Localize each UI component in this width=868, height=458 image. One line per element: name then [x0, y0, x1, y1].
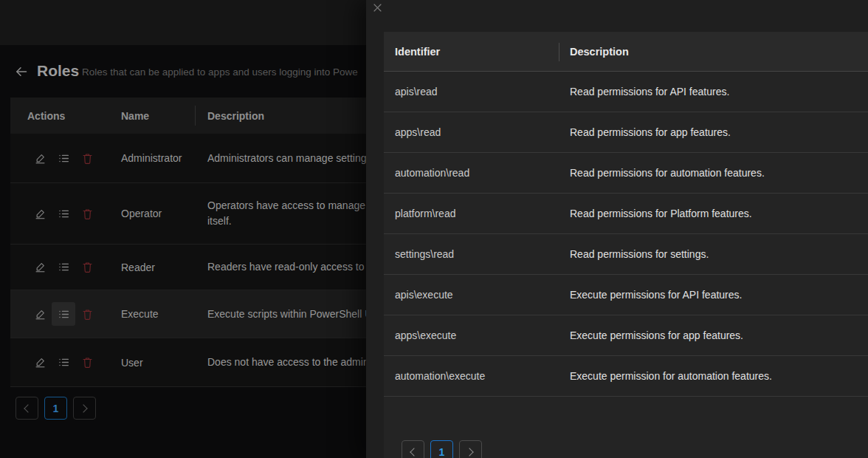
- permission-description-cell: Execute permissions for API features.: [559, 289, 868, 301]
- edit-role-button[interactable]: [28, 351, 52, 375]
- list-icon: [58, 208, 70, 220]
- row-actions: [10, 256, 121, 279]
- trash-icon: [81, 208, 94, 220]
- role-name-cell: Reader: [121, 262, 195, 273]
- column-header-identifier: Identifier: [384, 46, 559, 58]
- chevron-right-icon: [465, 448, 473, 456]
- role-name-cell: Operator: [121, 208, 195, 219]
- table-row: apis\execute Execute permissions for API…: [384, 275, 868, 315]
- permission-description-cell: Read permissions for Platform features.: [559, 208, 868, 219]
- trash-icon: [81, 261, 94, 273]
- permissions-table-body: apis\read Read permissions for API featu…: [384, 72, 868, 397]
- page-title: Roles: [37, 62, 79, 80]
- column-header-description: Description: [559, 46, 868, 58]
- list-icon: [58, 356, 70, 369]
- role-name-cell: Execute: [121, 308, 195, 320]
- role-name-cell: User: [121, 357, 195, 369]
- list-icon: [58, 152, 70, 165]
- list-icon: [58, 308, 70, 321]
- roles-pagination: 1: [16, 397, 96, 420]
- trash-icon: [81, 356, 94, 369]
- app-window: Roles Roles that can be applied to apps …: [0, 0, 868, 458]
- edit-role-button[interactable]: [28, 302, 52, 326]
- permission-description-cell: Execute permissions for app features.: [559, 329, 868, 341]
- column-divider: [195, 106, 196, 126]
- back-button[interactable]: [13, 64, 30, 80]
- permission-identifier-cell: automation\execute: [384, 370, 559, 382]
- edit-role-button[interactable]: [28, 256, 52, 279]
- chevron-left-icon: [24, 404, 32, 412]
- role-name-cell: Administrator: [121, 152, 195, 164]
- edit-role-button[interactable]: [28, 202, 52, 225]
- view-permissions-button[interactable]: [52, 146, 75, 170]
- permission-description-cell: Execute permission for automation featur…: [559, 370, 868, 382]
- page-1-button[interactable]: 1: [430, 440, 453, 458]
- chevron-right-icon: [79, 404, 87, 412]
- page-subtitle: Roles that can be applied to apps and us…: [82, 66, 358, 78]
- table-row: automation\read Read permissions for aut…: [384, 153, 868, 194]
- delete-role-button[interactable]: [75, 146, 99, 170]
- permission-identifier-cell: apps\read: [384, 126, 559, 138]
- delete-role-button[interactable]: [75, 302, 99, 326]
- edit-role-button[interactable]: [28, 146, 52, 170]
- previous-page-button[interactable]: [16, 397, 38, 420]
- row-actions: [10, 146, 121, 170]
- table-row: platform\read Read permissions for Platf…: [384, 194, 868, 234]
- delete-role-button[interactable]: [75, 202, 99, 225]
- next-page-button[interactable]: [73, 397, 96, 420]
- permissions-table-header: Identifier Description: [384, 32, 868, 72]
- pencil-icon: [34, 261, 46, 273]
- pencil-icon: [34, 208, 46, 220]
- permission-identifier-cell: apis\read: [384, 86, 559, 98]
- view-permissions-button[interactable]: [52, 351, 75, 375]
- delete-role-button[interactable]: [75, 256, 99, 279]
- table-row: apps\execute Execute permissions for app…: [384, 315, 868, 356]
- permission-description-cell: Read permissions for settings.: [559, 248, 868, 260]
- permission-description-cell: Read permissions for automation features…: [559, 167, 868, 179]
- permissions-table: Identifier Description apis\read Read pe…: [384, 32, 868, 458]
- arrow-left-icon: [14, 64, 29, 79]
- pencil-icon: [34, 356, 46, 369]
- list-icon: [58, 261, 70, 273]
- permission-description-cell: Read permissions for app features.: [559, 126, 868, 138]
- column-header-name: Name: [121, 110, 195, 122]
- trash-icon: [81, 152, 94, 165]
- permission-description-cell: Read permissions for API features.: [559, 86, 868, 98]
- permission-identifier-cell: automation\read: [384, 167, 559, 179]
- permission-identifier-cell: apps\execute: [384, 329, 559, 341]
- close-icon: [373, 3, 382, 13]
- pencil-icon: [34, 308, 46, 321]
- permission-identifier-cell: platform\read: [384, 208, 559, 219]
- previous-page-button[interactable]: [402, 440, 424, 458]
- trash-icon: [81, 308, 94, 321]
- row-actions: [10, 302, 121, 326]
- table-row: apis\read Read permissions for API featu…: [384, 72, 868, 112]
- row-actions: [10, 351, 121, 375]
- permissions-pagination: 1: [402, 440, 482, 458]
- table-row: automation\execute Execute permission fo…: [384, 356, 868, 397]
- table-row: apps\read Read permissions for app featu…: [384, 112, 868, 153]
- drawer-close-button[interactable]: [370, 0, 385, 15]
- permission-identifier-cell: settings\read: [384, 248, 559, 260]
- chevron-left-icon: [410, 448, 418, 456]
- pencil-icon: [34, 152, 46, 165]
- next-page-button[interactable]: [459, 440, 482, 458]
- table-row: settings\read Read permissions for setti…: [384, 234, 868, 275]
- column-divider: [559, 43, 559, 61]
- view-permissions-button[interactable]: [52, 302, 75, 326]
- row-actions: [10, 202, 121, 225]
- view-permissions-button[interactable]: [52, 256, 75, 279]
- delete-role-button[interactable]: [75, 351, 99, 375]
- permissions-drawer: Identifier Description apis\read Read pe…: [366, 0, 868, 458]
- view-permissions-button[interactable]: [52, 202, 75, 225]
- page-1-button[interactable]: 1: [44, 397, 67, 420]
- column-header-actions: Actions: [10, 110, 121, 122]
- permission-identifier-cell: apis\execute: [384, 289, 559, 301]
